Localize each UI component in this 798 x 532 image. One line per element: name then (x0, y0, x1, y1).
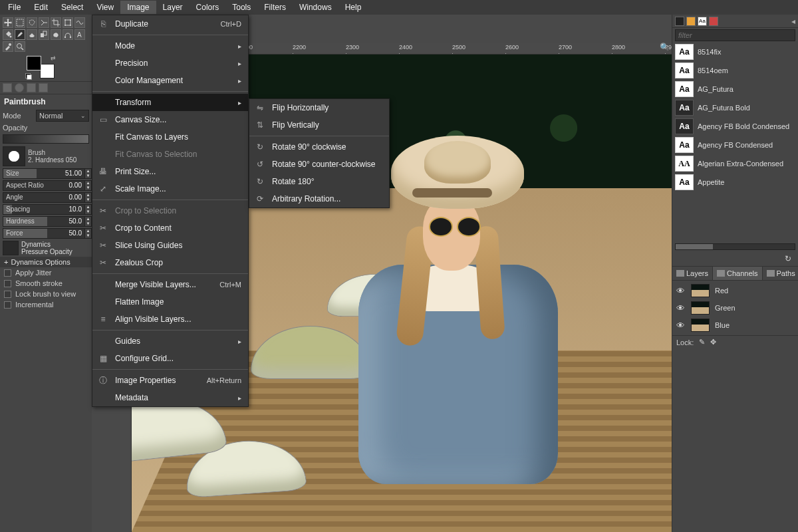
tool-rect-select[interactable] (15, 17, 25, 28)
visibility-eye-icon[interactable]: 👁 (676, 286, 686, 296)
brush-force-field[interactable]: Force50.0▲▼ (0, 227, 92, 239)
channel-item-red[interactable]: 👁Red (672, 282, 798, 299)
opacity-slider[interactable] (3, 134, 89, 144)
tool-paintbrush[interactable] (15, 29, 25, 40)
menu-view[interactable]: View (90, 1, 120, 14)
tab-brushes-icon[interactable] (675, 17, 684, 26)
channel-item-blue[interactable]: 👁Blue (672, 317, 798, 334)
menu-item-rotate-90-counter-clockwise[interactable]: ↺Rotate 90° counter-clockwise (249, 156, 389, 173)
tool-zoom[interactable] (15, 41, 25, 52)
tab-tool-options-icon[interactable] (3, 83, 12, 92)
spin-down-icon[interactable]: ▼ (84, 209, 91, 214)
tool-warp[interactable] (74, 17, 85, 28)
dynamics-options-expander[interactable]: + Dynamics Options (0, 257, 92, 267)
dock-menu-icon[interactable]: ◂ (791, 17, 795, 26)
menu-item-arbitrary-rotation[interactable]: ⟳Arbitrary Rotation... (249, 190, 389, 207)
menu-item-duplicate[interactable]: ⎘DuplicateCtrl+D (92, 15, 248, 33)
menu-item-image-properties[interactable]: ⓘImage PropertiesAlt+Return (92, 372, 248, 389)
spin-up-icon[interactable]: ▲ (84, 181, 91, 186)
color-swatches[interactable]: ⇄ (27, 56, 55, 78)
channel-item-green[interactable]: 👁Green (672, 299, 798, 317)
tab-undo-history-icon[interactable] (27, 83, 36, 92)
menu-file[interactable]: File (1, 1, 27, 14)
menu-select[interactable]: Select (55, 1, 90, 14)
menu-colors[interactable]: Colors (190, 1, 226, 14)
menu-item-mode[interactable]: Mode▸ (92, 37, 248, 55)
tab-channels[interactable]: Channels (713, 267, 762, 280)
menu-help[interactable]: Help (338, 1, 368, 14)
lock-position-icon[interactable]: ✥ (710, 338, 716, 346)
menu-item-print-size[interactable]: 🖶Print Size... (92, 163, 248, 180)
tab-paths[interactable]: Paths (763, 267, 798, 280)
menu-item-crop-to-content[interactable]: ✂Crop to Content (92, 219, 248, 237)
font-item[interactable]: Aa8514oem (672, 61, 798, 80)
menu-edit[interactable]: Edit (27, 1, 55, 14)
font-item[interactable]: AaAgency FB Bold Condensed (672, 117, 798, 136)
tab-patterns-icon[interactable] (686, 17, 696, 26)
brush-preview[interactable] (3, 146, 25, 166)
spin-down-icon[interactable]: ▼ (84, 221, 91, 226)
tool-crop[interactable] (51, 17, 61, 28)
tool-clone[interactable] (39, 29, 49, 40)
lock-brush-icon[interactable]: ✎ (699, 338, 705, 346)
tool-eraser[interactable] (27, 29, 37, 40)
menu-item-flatten-image[interactable]: Flatten Image (92, 293, 248, 311)
tool-color-picker[interactable] (3, 41, 13, 52)
bg-color-swatch[interactable] (40, 64, 55, 78)
font-item[interactable]: AaAG_Futura Bold (672, 98, 798, 117)
menu-item-slice-using-guides[interactable]: ✂Slice Using Guides (92, 237, 248, 254)
brush-angle-field[interactable]: Angle0.00▲▼ (0, 192, 92, 203)
menu-tools[interactable]: Tools (225, 1, 257, 14)
font-item[interactable]: AAAlgerian Extra-Condensed (672, 154, 798, 173)
menu-item-rotate-180[interactable]: ↻Rotate 180° (249, 173, 389, 190)
checkbox-smooth-stroke[interactable]: Smooth stroke (0, 278, 92, 289)
tab-images-icon[interactable] (39, 83, 48, 92)
menu-item-transform[interactable]: Transform▸ (92, 94, 248, 111)
font-list[interactable]: Aa8514fixAa8514oemAaAG_FuturaAaAG_Futura… (672, 43, 798, 242)
spin-up-icon[interactable]: ▲ (84, 217, 91, 221)
menu-item-color-management[interactable]: Color Management▸ (92, 72, 248, 89)
spin-up-icon[interactable]: ▲ (84, 193, 91, 198)
spin-down-icon[interactable]: ▼ (84, 233, 91, 238)
visibility-eye-icon[interactable]: 👁 (676, 321, 686, 331)
font-item[interactable]: AaAgency FB Condensed (672, 136, 798, 154)
menu-item-fit-canvas-to-layers[interactable]: Fit Canvas to Layers (92, 128, 248, 146)
dynamics-preview[interactable] (3, 241, 19, 255)
tab-history-icon[interactable] (709, 17, 718, 26)
blend-mode-select[interactable]: Normal ⌄ (36, 110, 89, 122)
menu-layer[interactable]: Layer (156, 1, 190, 14)
spin-down-icon[interactable]: ▼ (84, 198, 91, 202)
font-filter-input[interactable] (675, 29, 795, 41)
fg-color-swatch[interactable] (27, 56, 41, 70)
tool-bucket[interactable] (3, 29, 13, 40)
visibility-eye-icon[interactable]: 👁 (676, 303, 686, 313)
tool-smudge[interactable] (51, 29, 61, 40)
menu-item-align-visible-layers[interactable]: ≡Align Visible Layers... (92, 311, 248, 328)
spin-up-icon[interactable]: ▲ (84, 169, 91, 174)
menu-item-metadata[interactable]: Metadata▸ (92, 389, 248, 406)
refresh-icon[interactable]: ↻ (785, 254, 791, 263)
menu-item-flip-vertically[interactable]: ⇅Flip Vertically (249, 116, 389, 134)
brush-hardness-field[interactable]: Hardness50.0▲▼ (0, 215, 92, 227)
swap-colors-icon[interactable]: ⇄ (51, 55, 56, 61)
tab-device-status-icon[interactable] (15, 83, 24, 92)
menu-item-canvas-size[interactable]: ▭Canvas Size... (92, 111, 248, 128)
tool-transform[interactable] (63, 17, 73, 28)
tab-fonts-icon[interactable]: Aa (698, 17, 707, 26)
tool-move[interactable] (3, 17, 13, 28)
tool-text[interactable]: A (74, 29, 85, 40)
tool-free-select[interactable] (27, 17, 37, 28)
font-item[interactable]: AaAG_Futura (672, 80, 798, 98)
brush-size-field[interactable]: Size51.00▲▼ (0, 168, 92, 180)
spin-up-icon[interactable]: ▲ (84, 229, 91, 233)
checkbox-lock-brush-to-view[interactable]: Lock brush to view (0, 289, 92, 299)
font-scrollbar[interactable] (675, 243, 795, 250)
brush-spacing-field[interactable]: Spacing10.0▲▼ (0, 203, 92, 215)
menu-filters[interactable]: Filters (257, 1, 293, 14)
menu-item-rotate-90-clockwise[interactable]: ↻Rotate 90° clockwise (249, 138, 389, 156)
tool-fuzzy-select[interactable] (39, 17, 49, 28)
spin-down-icon[interactable]: ▼ (84, 186, 91, 190)
menu-item-scale-image[interactable]: ⤢Scale Image... (92, 180, 248, 198)
tool-path[interactable] (63, 29, 73, 40)
spin-down-icon[interactable]: ▼ (84, 174, 91, 178)
